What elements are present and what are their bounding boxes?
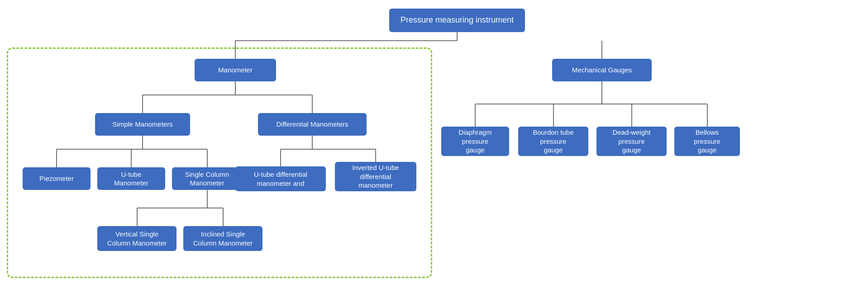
- deadweight-node: Dead-weight pressure gauge: [596, 127, 667, 156]
- inclined-node: Inclined Single Column Manometer: [183, 226, 262, 251]
- diagram-container: Pressure measuring instrument Manometer …: [0, 0, 868, 293]
- vertical-node: Vertical Single Column Manometer: [97, 226, 176, 251]
- bourdon-node: Bourdon tube pressure gauge: [518, 127, 588, 156]
- simple-node: Simple Manometers: [95, 113, 190, 136]
- root-node: Pressure measuring instrument: [389, 9, 525, 32]
- differential-node: Differential Manometers: [258, 113, 367, 136]
- singlecol-node: Single Column Manometer: [172, 167, 242, 190]
- manometer-node: Manometer: [195, 59, 276, 81]
- utubediff-node: U-tube differential manometer and: [235, 166, 326, 191]
- diaphragm-node: Diaphragm pressure gauge: [441, 127, 509, 156]
- utube-node: U-tube Manometer: [97, 167, 165, 190]
- piezometer-node: Piezometer: [23, 167, 91, 190]
- mechanical-node: Mechanical Gauges: [552, 59, 652, 81]
- invertedutube-node: Inverted U-tube differential manometer: [335, 162, 416, 191]
- bellows-node: Bellows pressure gauge: [674, 127, 740, 156]
